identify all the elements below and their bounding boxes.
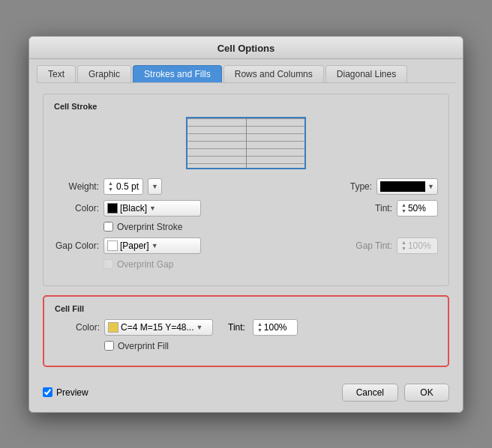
fill-tint-label: Tint:: [228, 322, 245, 333]
tab-text[interactable]: Text: [37, 65, 76, 82]
weight-down[interactable]: ▼: [108, 187, 113, 193]
preview-label: Preview: [56, 387, 88, 398]
weight-value: 0.5 pt: [116, 181, 139, 192]
fill-color-row: Color: C=4 M=15 Y=48... ▼ Tint: ▲ ▼ 100%: [55, 319, 437, 336]
color-value: [Black]: [120, 203, 147, 214]
cell-options-dialog: Cell Options Text Graphic Strokes and Fi…: [28, 36, 464, 413]
dialog-title: Cell Options: [29, 37, 463, 59]
dialog-content: Cell Stroke Weight: ▲ ▼ 0.5 pt ▼: [29, 83, 463, 376]
gap-color-label: Gap Color:: [54, 240, 99, 251]
ok-button[interactable]: OK: [404, 384, 449, 402]
dialog-buttons: Cancel OK: [342, 384, 449, 402]
table-preview-graphic: [186, 117, 306, 169]
tint-value: 50%: [408, 203, 426, 214]
color-arrow: ▼: [149, 205, 156, 212]
gap-color-row: Gap Color: [Paper] ▼ Gap Tint: ▲ ▼ 100%: [54, 237, 438, 254]
gap-color-value: [Paper]: [120, 240, 149, 251]
gap-tint-input: ▲ ▼ 100%: [397, 237, 438, 254]
fill-tint-input[interactable]: ▲ ▼ 100%: [253, 319, 298, 336]
overprint-stroke-label: Overprint Stroke: [117, 222, 182, 232]
tab-rows-and-columns[interactable]: Rows and Columns: [224, 65, 324, 82]
fill-tint-spinner[interactable]: ▲ ▼: [257, 321, 262, 333]
tint-down[interactable]: ▼: [401, 208, 406, 214]
tab-graphic[interactable]: Graphic: [77, 65, 131, 82]
overprint-gap-label: Overprint Gap: [117, 259, 173, 270]
tab-diagonal-lines[interactable]: Diagonal Lines: [326, 65, 407, 82]
weight-type-row: Weight: ▲ ▼ 0.5 pt ▼ Type: ▼: [54, 178, 438, 195]
weight-up[interactable]: ▲: [108, 181, 113, 187]
gap-color-dropdown[interactable]: [Paper] ▼: [104, 237, 201, 254]
cancel-button[interactable]: Cancel: [342, 384, 398, 402]
cell-fill-title: Cell Fill: [55, 304, 437, 313]
gap-color-swatch: [107, 240, 118, 251]
overprint-fill-label: Overprint Fill: [118, 341, 169, 351]
weight-input[interactable]: ▲ ▼ 0.5 pt: [104, 178, 143, 195]
tint-input[interactable]: ▲ ▼ 50%: [397, 200, 438, 217]
gap-color-arrow: ▼: [152, 242, 158, 249]
weight-unit-dropdown[interactable]: ▼: [148, 178, 162, 195]
fill-color-value: C=4 M=15 Y=48...: [121, 322, 194, 333]
cell-fill-section: Cell Fill Color: C=4 M=15 Y=48... ▼ Tint…: [43, 295, 449, 367]
gap-tint-down: ▼: [401, 246, 406, 252]
fill-tint-up[interactable]: ▲: [257, 321, 262, 327]
tint-label: Tint:: [347, 203, 392, 214]
cell-stroke-section: Cell Stroke Weight: ▲ ▼ 0.5 pt ▼: [43, 94, 449, 286]
overprint-fill-row: Overprint Fill: [104, 341, 437, 351]
fill-color-label: Color:: [55, 322, 100, 333]
color-tint-row: Color: [Black] ▼ Tint: ▲ ▼ 50%: [54, 200, 438, 217]
color-label: Color:: [54, 203, 99, 214]
overprint-gap-row: Overprint Gap: [104, 259, 438, 270]
cell-stroke-title: Cell Stroke: [54, 102, 438, 111]
stroke-preview: [54, 117, 438, 169]
color-dropdown[interactable]: [Black] ▼: [104, 200, 201, 217]
preview-row: Preview: [43, 387, 88, 398]
type-swatch: [380, 181, 425, 192]
gap-tint-spinner: ▲ ▼: [401, 240, 406, 252]
tint-up[interactable]: ▲: [401, 202, 406, 208]
fill-tint-value: 100%: [264, 322, 287, 333]
tab-strokes-and-fills[interactable]: Strokes and Fills: [133, 65, 222, 82]
fill-color-dropdown[interactable]: C=4 M=15 Y=48... ▼: [104, 319, 213, 336]
fill-tint-down[interactable]: ▼: [257, 327, 262, 333]
gap-tint-up: ▲: [401, 240, 406, 246]
fill-color-swatch: [108, 322, 118, 333]
type-dropdown[interactable]: ▼: [376, 178, 438, 195]
tab-bar: Text Graphic Strokes and Fills Rows and …: [29, 59, 463, 82]
weight-unit-arrow: ▼: [152, 183, 158, 190]
color-swatch: [107, 203, 118, 214]
type-arrow: ▼: [428, 183, 434, 190]
dialog-footer: Preview Cancel OK: [29, 376, 463, 412]
fill-color-arrow: ▼: [196, 324, 203, 331]
type-label: Type:: [327, 181, 372, 192]
overprint-fill-checkbox[interactable]: [104, 341, 114, 351]
overprint-stroke-row: Overprint Stroke: [104, 222, 438, 232]
weight-spinner[interactable]: ▲ ▼: [108, 181, 113, 193]
gap-tint-value: 100%: [408, 240, 431, 251]
weight-label: Weight:: [54, 181, 99, 192]
tint-spinner[interactable]: ▲ ▼: [401, 202, 406, 214]
overprint-stroke-checkbox[interactable]: [104, 222, 113, 231]
overprint-gap-checkbox: [104, 259, 113, 269]
preview-checkbox[interactable]: [43, 387, 52, 397]
gap-tint-label: Gap Tint:: [356, 240, 392, 251]
